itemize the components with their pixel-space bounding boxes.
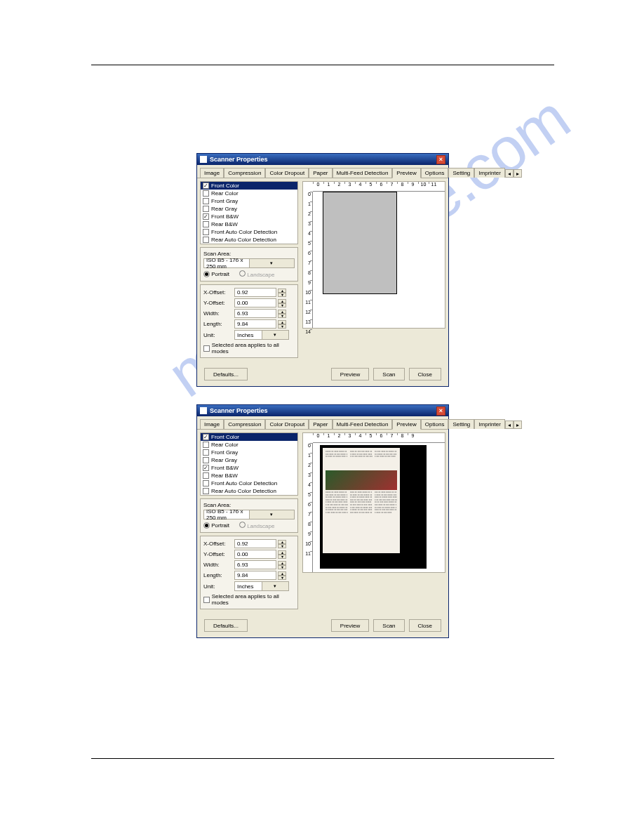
chk-rear-color[interactable]: Rear Color — [201, 190, 297, 197]
tab-options[interactable]: Options — [421, 168, 449, 178]
length-spinner[interactable]: ▴▾ — [278, 320, 286, 329]
chk-front-auto[interactable]: Front Auto Color Detection — [201, 228, 297, 236]
tab-imprinter[interactable]: Imprinter — [474, 168, 505, 178]
yoffset-input[interactable]: 0.00 — [234, 550, 276, 559]
yoffset-spinner[interactable]: ▴▾ — [278, 299, 286, 307]
ruler-horizontal: 0123456789 — [313, 433, 445, 443]
tab-setting[interactable]: Setting — [448, 419, 474, 429]
scan-button[interactable]: Scan — [373, 619, 404, 632]
tab-color-dropout[interactable]: Color Dropout — [265, 168, 309, 178]
tab-image[interactable]: Image — [200, 419, 224, 429]
unit-label: Unit: — [203, 332, 233, 338]
scan-button[interactable]: Scan — [373, 368, 404, 380]
chk-rear-gray[interactable]: Rear Gray — [201, 205, 297, 213]
preview-button[interactable]: Preview — [331, 619, 369, 632]
chk-rear-gray[interactable]: Rear Gray — [201, 456, 297, 464]
width-input[interactable]: 6.93 — [234, 309, 276, 318]
tab-compression[interactable]: Compression — [224, 168, 265, 178]
length-spinner[interactable]: ▴▾ — [278, 571, 286, 580]
chevron-down-icon[interactable]: ▾ — [262, 331, 289, 339]
close-button[interactable]: Close — [409, 368, 441, 380]
chk-front-bw[interactable]: ✓Front B&W — [201, 464, 297, 472]
radio-landscape[interactable]: Landscape — [239, 270, 274, 278]
chk-front-gray[interactable]: Front Gray — [201, 449, 297, 456]
width-spinner[interactable]: ▴▾ — [278, 310, 286, 318]
scan-area-combo[interactable]: ISO B5 - 176 x 250 mm▾ — [203, 510, 295, 519]
width-input[interactable]: 6.93 — [234, 560, 276, 569]
tab-preview[interactable]: Preview — [392, 168, 420, 178]
defaults-button[interactable]: Defaults... — [204, 619, 248, 632]
width-label: Width: — [203, 310, 233, 317]
yoffset-spinner[interactable]: ▴▾ — [278, 550, 286, 559]
length-label: Length: — [203, 321, 233, 327]
preview-scanned-page[interactable]: xxxxx xx xxxx xxxxx xx xxx xxxx xx xxx x… — [320, 445, 427, 569]
tab-scroll-right[interactable]: ▸ — [514, 421, 522, 429]
tab-color-dropout[interactable]: Color Dropout — [265, 419, 309, 429]
tab-options[interactable]: Options — [421, 419, 449, 429]
defaults-button[interactable]: Defaults... — [204, 368, 248, 380]
unit-combo[interactable]: Inches▾ — [234, 330, 289, 340]
chk-rear-auto[interactable]: Rear Auto Color Detection — [201, 487, 297, 495]
ruler-vertical: 01234567891011121314 — [303, 192, 313, 328]
tab-image[interactable]: Image — [200, 168, 224, 178]
radio-portrait[interactable]: Portrait — [203, 522, 229, 529]
tab-paper[interactable]: Paper — [309, 168, 332, 178]
width-label: Width: — [203, 562, 233, 568]
tab-compression[interactable]: Compression — [224, 419, 265, 429]
scan-area-label: Scan Area: — [203, 502, 295, 508]
close-icon[interactable]: × — [436, 406, 445, 416]
scan-area-group: Scan Area: ISO B5 - 176 x 250 mm▾ Portra… — [200, 247, 298, 282]
chk-rear-color[interactable]: Rear Color — [201, 441, 297, 449]
length-input[interactable]: 9.84 — [234, 571, 276, 580]
tab-scroll-left[interactable]: ◂ — [505, 169, 514, 178]
yoffset-input[interactable]: 0.00 — [234, 298, 276, 307]
scanner-icon — [200, 407, 207, 414]
close-icon[interactable]: × — [436, 155, 445, 164]
tab-strip: Image Compression Color Dropout Paper Mu… — [197, 165, 448, 178]
chk-rear-auto[interactable]: Rear Auto Color Detection — [201, 236, 297, 244]
tab-multifeed[interactable]: Multi-Feed Detection — [333, 419, 393, 429]
chevron-down-icon[interactable]: ▾ — [249, 259, 295, 267]
preview-button[interactable]: Preview — [331, 368, 369, 380]
xoffset-label: X-Offset: — [203, 289, 233, 296]
scan-selection-rect[interactable] — [323, 192, 397, 294]
xoffset-input[interactable]: 0.92 — [234, 288, 276, 297]
tab-paper[interactable]: Paper — [309, 419, 332, 429]
chk-front-color[interactable]: ✓Front Color — [201, 182, 297, 190]
tab-scroll-right[interactable]: ▸ — [514, 169, 522, 178]
side-checklist: ✓Front Color Rear Color Front Gray Rear … — [200, 432, 298, 496]
tab-setting[interactable]: Setting — [448, 168, 474, 178]
scan-area-combo[interactable]: ISO B5 - 176 x 250 mm▾ — [203, 258, 295, 268]
chk-front-bw[interactable]: ✓Front B&W — [201, 213, 297, 220]
yoffset-label: Y-Offset: — [203, 551, 233, 557]
titlebar[interactable]: Scanner Properties × — [197, 405, 448, 416]
tab-multifeed[interactable]: Multi-Feed Detection — [333, 168, 393, 178]
tab-imprinter[interactable]: Imprinter — [474, 419, 505, 429]
radio-portrait[interactable]: Portrait — [203, 271, 229, 277]
tab-scroll-left[interactable]: ◂ — [505, 421, 514, 429]
unit-combo[interactable]: Inches▾ — [234, 581, 289, 591]
chk-front-auto[interactable]: Front Auto Color Detection — [201, 479, 297, 487]
xoffset-input[interactable]: 0.92 — [234, 539, 276, 548]
chevron-down-icon[interactable]: ▾ — [262, 582, 289, 590]
titlebar[interactable]: Scanner Properties × — [197, 154, 448, 165]
window-title: Scanner Properties — [200, 156, 268, 163]
side-checklist: ✓Front Color Rear Color Front Gray Rear … — [200, 181, 298, 244]
scanner-properties-dialog-1: Scanner Properties × Image Compression C… — [196, 153, 449, 387]
tab-strip: Image Compression Color Dropout Paper Mu… — [197, 416, 448, 430]
tab-preview[interactable]: Preview — [392, 419, 420, 430]
chk-rear-bw[interactable]: Rear B&W — [201, 220, 297, 228]
xoffset-spinner[interactable]: ▴▾ — [278, 289, 286, 297]
chk-rear-bw[interactable]: Rear B&W — [201, 472, 297, 479]
chk-front-gray[interactable]: Front Gray — [201, 197, 297, 205]
chevron-down-icon[interactable]: ▾ — [249, 510, 295, 519]
length-input[interactable]: 9.84 — [234, 319, 276, 329]
chk-front-color[interactable]: ✓Front Color — [201, 433, 297, 441]
radio-landscape[interactable]: Landscape — [239, 522, 274, 529]
applies-all-checkbox[interactable]: Selected area applies to all modes — [203, 593, 295, 606]
close-button[interactable]: Close — [409, 619, 441, 632]
width-spinner[interactable]: ▴▾ — [278, 561, 286, 569]
xoffset-spinner[interactable]: ▴▾ — [278, 540, 286, 548]
scan-area-label: Scan Area: — [203, 251, 295, 257]
applies-all-checkbox[interactable]: Selected area applies to all modes — [203, 342, 295, 355]
